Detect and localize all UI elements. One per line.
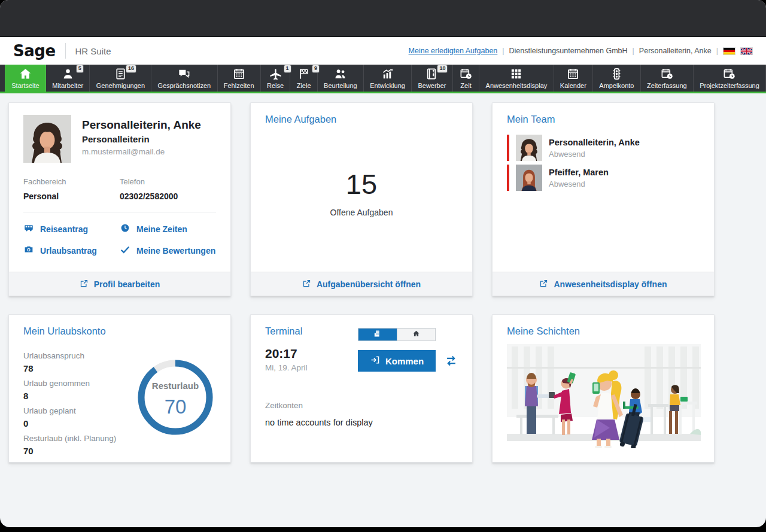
team-member-row[interactable]: Personalleiterin, AnkeAbwesend bbox=[507, 135, 700, 161]
separator: | bbox=[502, 47, 504, 55]
external-link-icon bbox=[539, 279, 548, 290]
header-right: Meine erledigten Aufgaben | Dienstleistu… bbox=[409, 47, 753, 55]
sage-logo: Sage bbox=[13, 42, 56, 60]
camera-icon bbox=[23, 244, 34, 257]
product-name: HR Suite bbox=[75, 46, 111, 56]
people-icon bbox=[333, 67, 347, 81]
stat-value: 70 bbox=[23, 446, 216, 456]
calendar-clock-icon bbox=[660, 67, 674, 81]
nav-item-bewerber[interactable]: 10Bewerber bbox=[412, 65, 453, 92]
nav-item-genehmigungen[interactable]: 16Genehmigungen bbox=[90, 65, 151, 92]
kommen-row: Kommen bbox=[358, 350, 458, 372]
nav-label: Reise bbox=[267, 82, 284, 89]
profile-name: Personalleiterin, Anke bbox=[82, 118, 201, 132]
separator: | bbox=[633, 47, 634, 55]
team-title: Mein Team bbox=[507, 114, 700, 125]
vacation-donut: Resturlaub 70 bbox=[136, 358, 215, 437]
plane-icon: 1 bbox=[269, 67, 282, 81]
terminal-controls: Kommen bbox=[358, 328, 458, 372]
browser-chrome-bar bbox=[0, 0, 766, 37]
quick-link-label: Urlaubsantrag bbox=[40, 246, 97, 256]
nav-item-mitarbeiter[interactable]: 5Mitarbeiter bbox=[46, 65, 90, 92]
home-icon bbox=[412, 329, 421, 341]
team-footer[interactable]: Anwesenheitsdisplay öffnen bbox=[493, 272, 714, 296]
vacation-title: Mein Urlaubskonto bbox=[23, 326, 216, 337]
grid-icon bbox=[509, 67, 523, 81]
shifts-illustration bbox=[507, 344, 701, 448]
tasks-footer-label: Aufgabenübersicht öffnen bbox=[317, 279, 421, 289]
enter-icon bbox=[370, 355, 380, 367]
header-divider bbox=[65, 43, 66, 59]
quick-link-camera[interactable]: Urlaubsantrag bbox=[23, 244, 120, 257]
nav-item-ampelkonto[interactable]: Ampelkonto bbox=[593, 65, 641, 92]
terminal-card: Terminal 20:17 Mi, 19. April Kommen Zeit… bbox=[250, 314, 473, 463]
nav-item-ziele[interactable]: 9Ziele bbox=[290, 65, 317, 92]
open-tasks-count: 15 bbox=[251, 168, 472, 200]
nav-item-zeit[interactable]: Zeit bbox=[453, 65, 480, 92]
nav-item-gespraechsnotizen[interactable]: Gesprächsnotizen bbox=[151, 65, 217, 92]
field-label: Fachbereich bbox=[23, 177, 120, 186]
calendar-clock-icon bbox=[722, 67, 736, 81]
nav-item-anwesenheitsdisplay[interactable]: Anwesenheitsdisplay bbox=[479, 65, 554, 92]
field-value: Personal bbox=[23, 191, 120, 201]
nav-badge: 5 bbox=[77, 65, 83, 72]
edit-profile-label: Profil bearbeiten bbox=[94, 279, 160, 289]
app-window: Sage HR Suite Meine erledigten Aufgaben … bbox=[0, 0, 766, 527]
app-header: Sage HR Suite Meine erledigten Aufgaben … bbox=[0, 37, 766, 65]
bus-icon bbox=[23, 223, 34, 235]
tasks-center: 15 Offene Aufgaben bbox=[251, 168, 472, 217]
time-accounts-label: Zeitkonten bbox=[265, 401, 458, 410]
open-tasks-overview-link[interactable]: Aufgabenübersicht öffnen bbox=[302, 279, 421, 290]
kommen-button[interactable]: Kommen bbox=[358, 350, 436, 372]
presence-indicator bbox=[507, 135, 509, 161]
nav-label: Anwesenheitsdisplay bbox=[486, 82, 548, 89]
nav-item-reise[interactable]: 1Reise bbox=[261, 65, 291, 92]
member-name: Personalleiterin, Anke bbox=[549, 138, 640, 147]
quick-link-clock[interactable]: Meine Zeiten bbox=[120, 223, 216, 235]
user-icon: 5 bbox=[61, 67, 75, 81]
nav-item-kalender[interactable]: Kalender bbox=[554, 65, 594, 92]
team-card-body: Mein Team Personalleiterin, AnkeAbwesend… bbox=[493, 103, 714, 272]
profile-quick-links: ReiseantragMeine ZeitenUrlaubsantragMein… bbox=[23, 223, 216, 257]
profile-email: m.mustermail@mail.de bbox=[82, 147, 201, 156]
profile-footer[interactable]: Profil bearbeiten bbox=[9, 272, 230, 296]
flag-icon: 9 bbox=[297, 67, 311, 81]
team-card: Mein Team Personalleiterin, AnkeAbwesend… bbox=[492, 102, 715, 296]
nav-badge: 10 bbox=[437, 65, 447, 72]
nav-label: Genehmigungen bbox=[96, 82, 145, 89]
nav-item-zeiterfassung[interactable]: Zeiterfassung bbox=[641, 65, 694, 92]
german-flag-icon[interactable] bbox=[723, 47, 735, 55]
document-icon: 16 bbox=[114, 67, 127, 81]
shifts-title: Meine Schichten bbox=[507, 326, 700, 337]
home-toggle-segment[interactable] bbox=[397, 329, 436, 341]
time-accounts-empty: no time accounts for display bbox=[265, 418, 458, 427]
nav-label: Gesprächsnotizen bbox=[158, 82, 211, 89]
quick-link-check[interactable]: Meine Bewertungen bbox=[120, 244, 216, 257]
vacation-card-body: Mein Urlaubskonto Urlaubsanspruch78Urlau… bbox=[9, 315, 230, 462]
main-nav: Startseite5Mitarbeiter16GenehmigungenGes… bbox=[0, 65, 766, 93]
profile-role: Personalleiterin bbox=[82, 134, 201, 144]
edit-profile-link[interactable]: Profil bearbeiten bbox=[80, 279, 160, 290]
user-menu[interactable]: Personalleiterin, Anke bbox=[639, 47, 712, 55]
profile-top: Personalleiterin, Anke Personalleiterin … bbox=[23, 115, 216, 163]
nav-item-beurteilung[interactable]: Beurteilung bbox=[318, 65, 364, 92]
quick-link-bus[interactable]: Reiseantrag bbox=[23, 223, 120, 235]
separator: | bbox=[716, 47, 718, 55]
uk-flag-icon[interactable] bbox=[740, 47, 753, 55]
tasks-footer[interactable]: Aufgabenübersicht öffnen bbox=[251, 272, 472, 296]
home-icon bbox=[19, 67, 32, 81]
member-status: Abwesend bbox=[549, 180, 609, 189]
nav-item-entwicklung[interactable]: Entwicklung bbox=[364, 65, 412, 92]
nav-item-projektzeiterfassung[interactable]: Projektzeiterfassung bbox=[694, 65, 766, 92]
open-presence-display-link[interactable]: Anwesenheitsdisplay öffnen bbox=[539, 279, 667, 290]
tie-book-icon: 10 bbox=[425, 67, 439, 81]
nav-label: Zeiterfassung bbox=[647, 82, 687, 89]
nav-item-startseite[interactable]: Startseite bbox=[5, 65, 46, 92]
team-member-row[interactable]: Pfeiffer, MarenAbwesend bbox=[507, 165, 700, 191]
office-toggle-segment[interactable] bbox=[358, 329, 397, 341]
done-tasks-link[interactable]: Meine erledigten Aufgaben bbox=[409, 47, 498, 55]
nav-item-fehlzeiten[interactable]: Fehlzeiten bbox=[218, 65, 261, 92]
tasks-card-body: Meine Aufgaben 15 Offene Aufgaben bbox=[251, 103, 472, 272]
clock-icon bbox=[120, 223, 130, 235]
swap-icon[interactable] bbox=[445, 354, 458, 367]
